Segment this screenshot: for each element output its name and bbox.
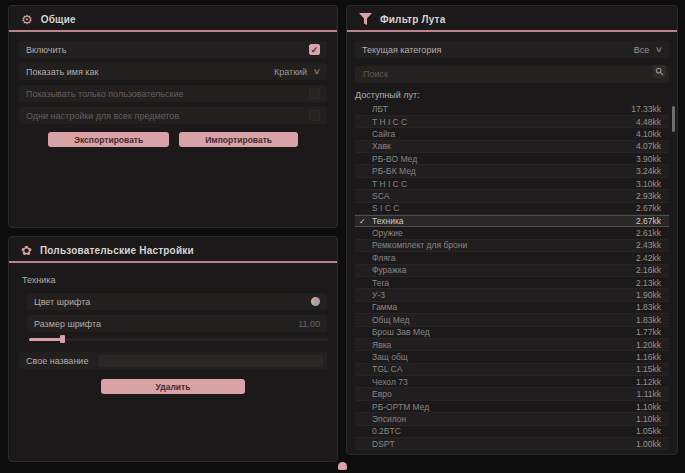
list-item[interactable]: ✓ Эпсилон 1.10kk <box>355 413 669 425</box>
item-name: T H I C C <box>372 117 636 127</box>
item-value: 2.93kk <box>636 191 661 201</box>
list-item[interactable]: ✓ DSPT 1.00kk <box>355 438 669 450</box>
category-row: Текущая категория Все ∨ <box>355 41 669 58</box>
list-item[interactable]: ✓ S I C C 2.67kk <box>355 203 669 215</box>
item-name: Сайга <box>372 129 636 139</box>
list-item[interactable]: ✓ Гамма 1.83kk <box>355 302 669 314</box>
item-name: Явка <box>372 340 636 350</box>
filter-panel-header: Фильтр Лута <box>347 6 677 32</box>
custom-name-input[interactable] <box>98 355 323 367</box>
loot-filter-panel: Фильтр Лута Текущая категория Все ∨ Дост… <box>346 5 678 455</box>
item-value: 1.10kk <box>636 402 661 412</box>
item-value: 1.10kk <box>636 414 661 424</box>
item-name: У-3 <box>372 290 636 300</box>
item-name: TGL CA <box>372 364 636 374</box>
item-value: 1.12kk <box>636 377 661 387</box>
delete-button[interactable]: Удалить <box>101 379 246 394</box>
item-name: Эпсилон <box>372 414 636 424</box>
list-item[interactable]: ✓ РБ-ВО Мед 3.90kk <box>355 153 669 165</box>
enable-label: Включить <box>26 45 66 55</box>
list-item[interactable]: ✓ Оружие 2.61kk <box>355 227 669 239</box>
list-item[interactable]: ✓ T H I C C 4.48kk <box>355 116 669 128</box>
item-value: 1.00kk <box>636 439 661 449</box>
item-value: 1.16kk <box>636 352 661 362</box>
font-size-slider[interactable] <box>29 335 329 343</box>
list-item[interactable]: ✓ Фляга 2.42kk <box>355 252 669 264</box>
item-name: РБ-ВО Мед <box>372 154 636 164</box>
item-value: 2.42kk <box>636 253 661 263</box>
custom-panel-header: ✿ Пользовательские Настройки <box>9 237 337 263</box>
list-item[interactable]: ✓ ЛБТ 17.33kk <box>355 104 669 116</box>
same-settings-checkbox[interactable] <box>309 110 320 121</box>
general-settings-panel: ⚙ Общие Включить ✓ Показать имя как Крат… <box>8 5 338 228</box>
item-name: Гамма <box>372 302 636 312</box>
item-name: Тега <box>372 278 636 288</box>
item-value: 3.10kk <box>636 179 661 189</box>
item-name: РБ-ОРТМ Мед <box>372 402 636 412</box>
export-button[interactable]: Экспортировать <box>48 132 169 147</box>
list-item[interactable]: ✓ Общ Мед 1.83kk <box>355 314 669 326</box>
item-value: 2.13kk <box>636 278 661 288</box>
item-name: Фляга <box>372 253 636 263</box>
item-value: 3.24kk <box>636 166 661 176</box>
item-name: 0.2BTC <box>372 426 636 436</box>
item-value: 1.83kk <box>636 315 661 325</box>
list-item[interactable]: ✓ Техника 2.67kk <box>355 215 669 227</box>
import-button[interactable]: Импортировать <box>179 132 298 147</box>
font-size-row: Размер шрифта 11.00 <box>27 315 327 332</box>
slider-track[interactable] <box>29 338 329 341</box>
font-color-row: Цвет шрифта <box>27 293 327 310</box>
list-item[interactable]: ✓ Хавк 4.07kk <box>355 141 669 153</box>
custom-settings-panel: ✿ Пользовательские Настройки Техника Цве… <box>8 236 338 462</box>
item-name: Ремкомплект для брони <box>372 240 636 250</box>
list-item[interactable]: ✓ Ремкомплект для брони 2.43kk <box>355 240 669 252</box>
item-name: Чехол 73 <box>372 377 636 387</box>
search-icon[interactable] <box>653 65 666 78</box>
list-item[interactable]: ✓ TGL CA 1.15kk <box>355 364 669 376</box>
color-wheel-icon[interactable] <box>311 297 320 306</box>
only-custom-checkbox[interactable] <box>309 88 320 99</box>
item-value: 2.16kk <box>636 265 661 275</box>
item-check-icon: ✓ <box>359 217 366 226</box>
list-item[interactable]: ✓ Брош Зав Мед 1.77kk <box>355 327 669 339</box>
font-size-value: 11.00 <box>298 319 320 329</box>
resize-handle[interactable] <box>338 462 347 470</box>
category-label: Текущая категория <box>362 45 441 55</box>
item-value: 1.83kk <box>636 302 661 312</box>
enable-checkbox[interactable]: ✓ <box>309 44 320 55</box>
item-name: РБ-БК Мед <box>372 166 636 176</box>
show-name-value: Краткий <box>274 67 307 77</box>
item-name: SCA <box>372 191 636 201</box>
item-value: 1.77kk <box>636 327 661 337</box>
loot-list: ✓ ЛБТ 17.33kk ✓ T H I C C 4.48kk ✓ Сайга… <box>355 104 669 451</box>
show-name-label: Показать имя как <box>26 67 98 77</box>
item-name: Защ общ <box>372 352 636 362</box>
list-item[interactable]: ✓ Чехол 73 1.12kk <box>355 376 669 388</box>
palette-icon: ✿ <box>21 244 32 257</box>
only-custom-row: Показывать только пользовательские <box>19 85 327 102</box>
list-item[interactable]: ✓ РБ-БК Мед 3.24kk <box>355 165 669 177</box>
category-dropdown[interactable]: Все ∨ <box>634 45 662 55</box>
search-input[interactable] <box>355 66 669 83</box>
scrollbar-thumb[interactable] <box>672 106 675 132</box>
list-item[interactable]: ✓ РБ-ОРТМ Мед 1.10kk <box>355 401 669 413</box>
list-item[interactable]: ✓ Защ общ 1.16kk <box>355 351 669 363</box>
list-item[interactable]: ✓ Тега 2.13kk <box>355 277 669 289</box>
item-value: 3.90kk <box>636 154 661 164</box>
item-name: ЛБТ <box>372 104 631 114</box>
list-item[interactable]: ✓ Фуражка 2.16kk <box>355 265 669 277</box>
slider-thumb[interactable] <box>60 335 65 343</box>
same-settings-label: Одни настройки для всех предметов <box>26 111 179 121</box>
list-item[interactable]: ✓ T H I C C 3.10kk <box>355 178 669 190</box>
font-size-label: Размер шрифта <box>34 319 101 329</box>
list-item[interactable]: ✓ Явка 1.20kk <box>355 339 669 351</box>
list-item[interactable]: ✓ SCA 2.93kk <box>355 190 669 202</box>
list-item[interactable]: ✓ 0.2BTC 1.05kk <box>355 426 669 438</box>
item-value: 2.67kk <box>636 203 661 213</box>
same-settings-row: Одни настройки для всех предметов <box>19 107 327 124</box>
list-item[interactable]: ✓ Евро 1.11kk <box>355 388 669 400</box>
item-value: 4.48kk <box>636 117 661 127</box>
show-name-dropdown[interactable]: Краткий ∨ <box>274 67 320 77</box>
list-item[interactable]: ✓ У-3 1.90kk <box>355 289 669 301</box>
list-item[interactable]: ✓ Сайга 4.10kk <box>355 128 669 140</box>
